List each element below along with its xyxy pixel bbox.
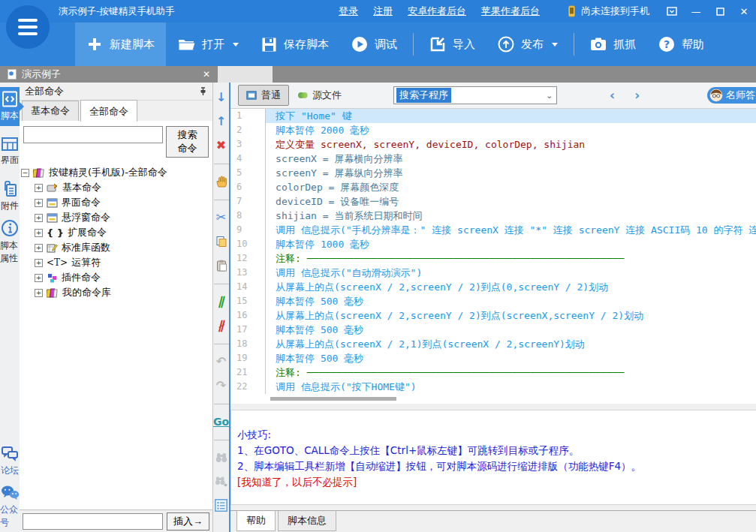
subroutine-search-dropdown[interactable]: 搜索子程序 ⌄ <box>393 86 557 104</box>
save-script-button[interactable]: 保存脚本 <box>250 23 340 66</box>
expand-icon[interactable]: + <box>35 259 43 267</box>
doc-tab-demo[interactable]: 演示例子 ✕ <box>0 66 218 83</box>
find-next-icon[interactable] <box>215 474 228 488</box>
code-line[interactable]: 6colorDep = 屏幕颜色深度 <box>230 180 756 194</box>
tree-item-standard-library[interactable]: + 标准库函数 <box>21 240 211 255</box>
close-button[interactable]: ✕ <box>732 0 756 23</box>
mode-tab-normal[interactable]: 普通 <box>238 85 289 106</box>
tab-close-icon[interactable]: ✕ <box>203 69 210 80</box>
sidebar-item-script[interactable]: 脚本 <box>0 87 20 126</box>
tree-item-plugin-commands[interactable]: + 插件命令 <box>21 270 211 285</box>
sidebar-item-wechat[interactable]: 公众号 <box>0 487 20 526</box>
code-line[interactable]: 1按下 "Home" 键 <box>230 109 756 123</box>
tips-panel: ✕ 小技巧: 1、在GOTO、CALL命令上按住【Ctrl+鼠标左键】可跳转到目… <box>230 410 756 505</box>
tab-all-commands[interactable]: 全部命令 <box>80 100 137 122</box>
app-logo-icon[interactable] <box>6 5 50 49</box>
android-author-link[interactable]: 安卓作者后台 <box>408 5 466 18</box>
code-editor[interactable]: 1按下 "Home" 键 2脚本暂停 2000 毫秒 3定义变量 screenX… <box>230 109 756 404</box>
command-search-button[interactable]: 搜索命令 <box>166 126 209 158</box>
code-line[interactable]: 22调用 信息提示("按下HOME键") <box>230 380 756 394</box>
hand-tool-icon[interactable] <box>215 174 228 188</box>
maximize-button[interactable] <box>708 0 732 23</box>
open-button[interactable]: 打开 <box>166 23 250 66</box>
sidebar-item-forum[interactable]: 论坛 <box>0 442 20 481</box>
tips-dismiss-link[interactable]: [我知道了，以后不必提示] <box>237 474 756 490</box>
code-line[interactable]: 3定义变量 screenX, screenY, deviceID, colorD… <box>230 137 756 152</box>
command-search-input[interactable] <box>23 126 163 143</box>
tree-item-float-window-commands[interactable]: + 悬浮窗命令 <box>21 210 211 225</box>
delete-line-icon[interactable]: ✖ <box>216 138 226 152</box>
sidebar-item-ui[interactable]: 界面 <box>0 132 20 171</box>
code-line[interactable]: 10脚本暂停 1000 毫秒 <box>230 237 756 251</box>
chevron-down-icon: ⌄ <box>546 91 554 101</box>
nav-next-icon[interactable]: › <box>634 89 640 102</box>
copy-icon[interactable] <box>215 234 227 248</box>
code-line[interactable]: 8shijian = 当前系统日期和时间 <box>230 209 756 223</box>
code-line[interactable]: 19脚本暂停 500 毫秒 <box>230 351 756 365</box>
code-line[interactable]: 21注释: ──────────────────────────────────… <box>230 365 756 380</box>
sidebar-item-attachment[interactable]: 附件 <box>0 177 20 216</box>
outline-list-icon[interactable] <box>215 498 227 512</box>
code-line[interactable]: 12注释: ──────────────────────────────────… <box>230 251 756 266</box>
expand-icon[interactable]: + <box>35 244 43 252</box>
undo-icon[interactable]: ↶ <box>216 354 226 368</box>
help-button[interactable]: ? 帮助 <box>647 23 715 66</box>
tree-item-ui-commands[interactable]: + 界面命令 <box>21 195 211 210</box>
tab-script-info[interactable]: 脚本信息 <box>278 511 336 531</box>
move-up-icon[interactable]: ↑ <box>216 114 226 128</box>
capture-button[interactable]: 抓抓 <box>579 23 647 66</box>
pin-icon[interactable] <box>199 87 207 96</box>
code-line[interactable]: 16从屏幕上的点(screenX / 2,screenY / 2)到点(scre… <box>230 308 756 323</box>
expand-icon[interactable]: + <box>35 199 43 207</box>
login-link[interactable]: 登录 <box>339 5 358 18</box>
cut-icon[interactable]: ✂ <box>216 210 226 224</box>
expand-icon[interactable]: + <box>35 184 43 192</box>
goto-icon[interactable]: Go <box>213 414 229 428</box>
scrollbar-thumb[interactable] <box>270 397 396 401</box>
code-line[interactable]: 13调用 信息提示("自动滑动演示") <box>230 266 756 280</box>
code-line[interactable]: 17脚本暂停 500 毫秒 <box>230 323 756 337</box>
expand-icon[interactable]: + <box>35 214 43 222</box>
expand-icon[interactable]: + <box>35 229 43 237</box>
tree-item-operators[interactable]: + <T> 运算符 <box>21 255 211 270</box>
horizontal-scrollbar[interactable] <box>266 394 756 404</box>
teacher-qa-button[interactable]: 名师答疑 <box>707 87 756 104</box>
tab-help[interactable]: 帮助 <box>236 511 276 531</box>
expand-icon[interactable]: + <box>35 289 43 297</box>
find-icon[interactable] <box>215 450 228 464</box>
tree-item-my-library[interactable]: + 我的命令库 <box>21 285 211 300</box>
register-link[interactable]: 注册 <box>373 5 393 18</box>
nav-prev-icon[interactable]: ‹ <box>610 89 615 102</box>
uncomment-icon[interactable]: ∦ <box>218 318 224 332</box>
sidebar-item-script-properties[interactable]: 脚本属性 <box>0 222 20 261</box>
code-line[interactable]: 5screenY = 屏幕纵向分辨率 <box>230 166 756 180</box>
import-button[interactable]: 导入 <box>418 23 486 66</box>
code-line[interactable]: 14从屏幕上的点(screenX / 2,screenY / 2)到点(0,sc… <box>230 280 756 294</box>
mode-tab-source[interactable]: 源文件 <box>289 85 350 106</box>
code-line[interactable]: 4screenX = 屏幕横向分辨率 <box>230 152 756 166</box>
ios-author-link[interactable]: 苹果作者后台 <box>481 5 540 18</box>
redo-icon[interactable]: ↷ <box>216 378 226 392</box>
window-menu-icon[interactable] <box>660 0 684 23</box>
comment-icon[interactable]: ∥ <box>218 294 224 308</box>
minimize-button[interactable]: — <box>684 0 708 23</box>
move-down-icon[interactable]: ↓ <box>216 90 226 104</box>
tree-item-extended-commands[interactable]: + { } 扩展命令 <box>21 225 211 240</box>
paste-icon[interactable] <box>215 258 227 272</box>
new-script-button[interactable]: 新建脚本 <box>75 23 166 66</box>
code-line[interactable]: 18从屏幕上的点(screenX / 2,1)到点(screenX / 2,sc… <box>230 337 756 351</box>
publish-button[interactable]: 发布 <box>486 23 569 66</box>
code-line[interactable]: 9调用 信息提示("手机分辨率是：" 连接 screenX 连接 "*" 连接 … <box>230 223 756 237</box>
collapse-icon[interactable]: − <box>21 169 29 177</box>
insert-command-input[interactable] <box>23 513 163 530</box>
debug-button[interactable]: 调试 <box>340 23 408 66</box>
insert-button[interactable]: 插入→ <box>167 512 209 530</box>
tree-item-basic-commands[interactable]: + 基本命令 <box>21 180 211 195</box>
code-line[interactable]: 7deviceID = 设备唯一编号 <box>230 194 756 209</box>
expand-icon[interactable]: + <box>35 274 43 282</box>
tab-basic-commands[interactable]: 基本命令 <box>22 101 79 121</box>
code-line[interactable]: 15脚本暂停 500 毫秒 <box>230 294 756 308</box>
tree-root[interactable]: − 按键精灵(手机版)-全部命令 <box>21 165 211 180</box>
code-line[interactable]: 2脚本暂停 2000 毫秒 <box>230 123 756 137</box>
connection-status[interactable]: 尚未连接到手机 <box>556 5 660 18</box>
